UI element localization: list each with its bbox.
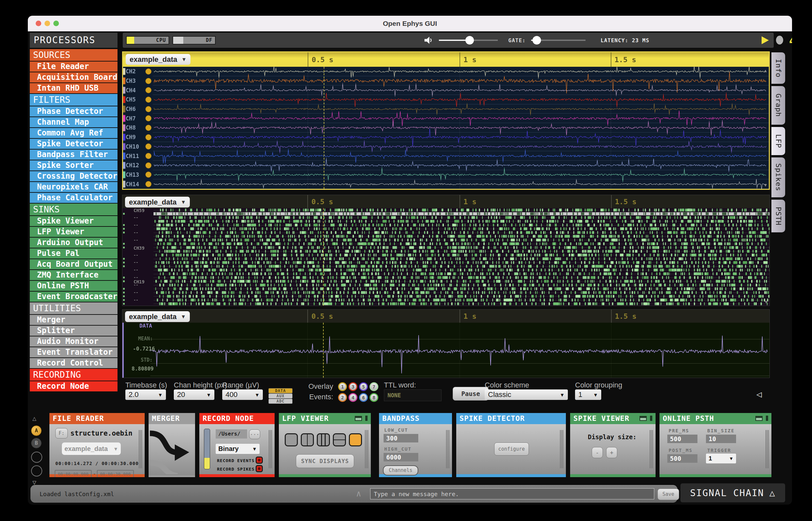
bin-size-field[interactable]: 10 [706,435,736,443]
trace-plot-area[interactable]: DATA MEAN: -0.7216 STD: 8.80809 [122,323,769,378]
gate-slider[interactable] [531,40,586,41]
overlay-event-button-7[interactable]: 7 [369,382,378,391]
sidebar-item-phase-calculator[interactable]: Phase Calculator [30,193,117,203]
tab-info[interactable]: Info [771,52,785,84]
raster-canvas[interactable] [122,208,769,305]
raster-plot-area[interactable]: CH59--------CH39--------CH19------ ▲ ▼ [122,208,769,305]
rail-tab-a[interactable]: A [31,426,42,436]
buffer-button-adc[interactable]: ADC [268,399,293,404]
channel-enable-icon[interactable] [145,143,152,150]
raster-timeline[interactable]: example_data ▼ 0.5 s1 s1.5 s [122,195,769,208]
sidebar-item-intan-rhd-usb[interactable]: Intan RHD USB [30,83,117,93]
channel-enable-icon[interactable] [145,153,152,159]
sidebar-item-merger[interactable]: Merger [30,315,117,325]
module-drag-handle[interactable] [365,430,368,468]
sidebar-section-sinks[interactable]: SINKS [30,204,117,216]
buffer-button-data[interactable]: DATA [268,388,293,393]
tab-psth[interactable]: PSTH [771,200,785,232]
play-icon[interactable] [762,36,769,44]
sidebar-item-event-translator[interactable]: Event Translator [30,347,117,357]
rail-up-icon[interactable]: △ [32,414,36,422]
layout-button-2[interactable] [301,433,314,446]
increase-button[interactable]: + [606,447,617,458]
trigger-dropdown[interactable]: 1 ▼ [706,454,736,463]
sidebar-item-pulse-pal[interactable]: Pulse Pal [30,248,117,258]
channel-enable-icon[interactable] [145,78,152,84]
channel-enable-icon[interactable] [145,115,152,121]
sidebar-item-phase-detector[interactable]: Phase Detector [30,106,117,116]
channel-enable-icon[interactable] [145,172,152,178]
pin-tab-icon[interactable] [365,416,367,421]
module-file-reader[interactable]: FILE READER F: structure.oebin example_d… [49,413,145,477]
chan-height-dropdown[interactable]: 20 ▼ [174,389,215,400]
scroll-up-icon[interactable]: ▲ [764,68,767,73]
layout-button-3[interactable] [317,433,330,446]
start-time-field[interactable]: 00:00:00.000 [55,470,92,477]
pre-ms-field[interactable]: 500 [667,435,697,443]
decrease-button[interactable]: - [592,447,603,458]
trace-canvas[interactable] [122,323,769,378]
module-header[interactable]: MERGER [149,413,195,424]
save-button[interactable]: Save [657,489,679,500]
chevron-up-icon[interactable]: ∧ [356,489,361,498]
sidebar-item-event-broadcaster[interactable]: Event Broadcaster [30,292,117,302]
lfp-traces-canvas[interactable] [123,67,769,189]
sidebar-item-online-psth[interactable]: Online PSTH [30,281,117,291]
color-scheme-dropdown[interactable]: Classic ▼ [485,389,568,400]
lfp-timeline[interactable]: example_data ▼ 0.5 s1 s1.5 s [123,52,769,67]
overlay-event-button-6[interactable]: 6 [359,393,368,402]
record-format-dropdown[interactable]: Binary ▼ [216,444,260,454]
pin-tab-icon[interactable] [766,416,768,421]
channel-enable-icon[interactable] [145,96,152,103]
sync-displays-button[interactable]: SYNC DISPLAYS [296,454,354,468]
volume-slider[interactable] [439,40,498,41]
sidebar-item-file-reader[interactable]: File Reader [30,62,117,72]
sidebar-item-bandpass-filter[interactable]: Bandpass Filter [30,150,117,160]
post-ms-field[interactable]: 500 [667,454,697,463]
module-spike-viewer[interactable]: SPIKE VIEWER Display size: - + [570,413,656,477]
low-cut-field[interactable]: 300 [384,434,418,443]
module-drag-handle[interactable] [269,430,272,468]
scroll-up-icon[interactable]: ▲ [765,209,767,214]
rail-tab-empty[interactable] [31,452,42,463]
record-icon[interactable] [776,36,783,45]
scroll-down-icon[interactable]: ▼ [764,183,767,187]
module-header[interactable]: FILE READER [49,413,145,424]
sidebar-item-acquisition-board[interactable]: Acquisition Board [30,72,117,83]
overlay-event-button-2[interactable]: 2 [338,393,347,402]
sidebar-item-crossing-detector[interactable]: Crossing Detector [30,171,117,181]
tab-lfp[interactable]: LFP [771,127,785,155]
sidebar-item-spike-sorter[interactable]: Spike Sorter [30,160,117,171]
overlay-event-button-1[interactable]: 1 [338,382,347,391]
channel-enable-icon[interactable] [145,87,152,93]
high-cut-field[interactable]: 6000 [384,453,418,461]
sidebar-item-splitter[interactable]: Splitter [30,325,117,336]
sidebar-item-record-control[interactable]: Record Control [30,358,117,368]
overlay-event-button-8[interactable]: 8 [369,393,378,402]
gate-slider-knob[interactable] [533,36,541,45]
channel-enable-icon[interactable] [145,68,152,75]
trace-timeline[interactable]: example_data ▼ 0.5 s1 s1.5 s [122,310,769,323]
rail-tab-empty[interactable] [31,466,42,476]
scroll-down-icon[interactable]: ▼ [765,299,767,304]
sidebar-item-channel-map[interactable]: Channel Map [30,117,117,127]
module-bandpass-filter[interactable]: BANDPASS FILTER LOW_CUT 300 HIGH_CUT 600… [379,413,452,477]
buffer-button-aux[interactable]: AUX [268,393,293,399]
window-icon[interactable] [755,416,763,421]
sidebar-item-audio-monitor[interactable]: Audio Monitor [30,336,117,346]
signal-chain-toggle[interactable]: SIGNAL CHAIN △ [680,483,785,502]
sidebar-item-record-node[interactable]: Record Node [30,381,117,391]
sidebar-item-neuropixels-car[interactable]: Neuropixels CAR [30,182,117,192]
module-header[interactable]: ONLINE PSTH [659,413,771,424]
module-merger[interactable]: MERGER [149,413,195,477]
sidebar-item-zmq-interface[interactable]: ZMQ Interface [30,270,117,280]
range-dropdown[interactable]: 400 ▼ [222,389,263,400]
module-lfp-viewer[interactable]: LFP VIEWER SYNC DISPLAYS [279,413,371,477]
module-drag-handle[interactable] [139,430,142,468]
file-button[interactable]: F: [55,428,68,438]
timebase-dropdown[interactable]: 2.0 ▼ [125,389,166,400]
volume-slider-knob[interactable] [466,36,474,45]
tab-graph[interactable]: Graph [771,86,785,125]
sidebar-section-filters[interactable]: FILTERS [30,94,117,106]
sidebar-item-spike-viewer[interactable]: Spike Viewer [30,216,117,226]
